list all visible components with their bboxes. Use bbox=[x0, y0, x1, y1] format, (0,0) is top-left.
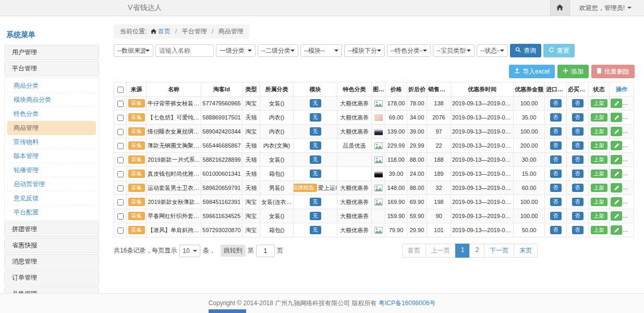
imported-cell: 否 bbox=[545, 111, 567, 125]
pager-current-page[interactable]: 1 bbox=[455, 244, 470, 258]
row-checkbox[interactable] bbox=[117, 115, 124, 121]
jump-button[interactable]: 跳转到 bbox=[221, 245, 246, 257]
sidebar-item-version-manage[interactable]: 版本管理 bbox=[7, 149, 96, 163]
sidebar-group-user[interactable]: 用户管理 bbox=[4, 45, 99, 60]
sidebar-group-group-buy[interactable]: 拼团管理 bbox=[4, 222, 99, 237]
chevron-down-icon bbox=[248, 50, 252, 52]
actions-cell bbox=[610, 167, 634, 181]
must-buy-badge: 否 bbox=[572, 170, 584, 178]
sidebar-title: 系统菜单 bbox=[6, 30, 99, 40]
sidebar-group-platform[interactable]: 平台管理 bbox=[4, 61, 99, 76]
row-checkbox[interactable] bbox=[117, 157, 124, 163]
edit-button[interactable] bbox=[611, 113, 622, 122]
edit-button[interactable] bbox=[611, 141, 622, 150]
discount-cell: 34.00 bbox=[407, 111, 427, 125]
source-cell: 采集 bbox=[127, 111, 147, 125]
column-header-9: 折后价 bbox=[407, 82, 427, 97]
sidebar-item-promo-material[interactable]: 宣传物料 bbox=[7, 135, 96, 149]
row-checkbox[interactable] bbox=[117, 213, 124, 220]
data-source-select[interactable]: --数据来源-- bbox=[114, 44, 153, 57]
item-type-select[interactable]: --宝贝类型-- bbox=[433, 44, 475, 57]
row-checkbox[interactable] bbox=[117, 199, 124, 206]
sidebar-item-platform-config[interactable]: 平台配置 bbox=[7, 206, 96, 219]
page-number-input[interactable] bbox=[256, 245, 275, 257]
sidebar-item-feature-category[interactable]: 特色分类 bbox=[7, 107, 96, 121]
filter-bar: --数据来源--一级分类--二级分类----模块----模块下分类----特色分… bbox=[114, 44, 635, 57]
chevron-down-icon bbox=[290, 50, 295, 52]
sidebar-item-goods-manage[interactable]: 商品管理 bbox=[7, 121, 96, 135]
sidebar-item-module-goods-category[interactable]: 模块商品分类 bbox=[7, 93, 96, 107]
pager-末页[interactable]: 末页 bbox=[514, 244, 538, 258]
select-all-checkbox[interactable] bbox=[117, 87, 124, 93]
edit-button[interactable] bbox=[611, 197, 622, 207]
sidebar-group-order[interactable]: 订单管理 bbox=[4, 270, 99, 285]
row-checkbox[interactable] bbox=[117, 101, 124, 107]
table-row: 采集【七色纺】可爱纯棉家...588869917501天猫内衣()无大额优惠券6… bbox=[114, 111, 634, 125]
module-subcategory-select[interactable]: --模块下分类-- bbox=[344, 44, 385, 57]
sidebar: 系统菜单 用户管理平台管理商品分类模块商品分类特色分类商品管理宣传物料版本管理轮… bbox=[4, 26, 99, 313]
search-button[interactable]: 查询 bbox=[510, 44, 541, 57]
select-value: --特色分类-- bbox=[391, 46, 423, 55]
name-input[interactable] bbox=[155, 44, 214, 57]
user-menu[interactable]: 欢迎您，管理员! bbox=[579, 4, 631, 13]
per-page-select[interactable]: 10 bbox=[179, 245, 200, 257]
row-checkbox[interactable] bbox=[117, 227, 124, 234]
feature-category-select[interactable]: --特色分类-- bbox=[387, 44, 431, 57]
table-row: 采集真皮钱包时尚优雅女士...601000601341天猫箱包()无39.002… bbox=[114, 167, 634, 181]
row-checkbox[interactable] bbox=[117, 129, 124, 135]
icp-link[interactable]: 粤ICP备16098006号 bbox=[379, 299, 435, 308]
coupon-time-cell: 2019-09-13—2019-09-19 bbox=[451, 153, 514, 167]
module-cell: 无 bbox=[294, 209, 337, 223]
coupon-amount-cell: 100.00 bbox=[514, 209, 545, 223]
source-cell: 采集 bbox=[127, 209, 147, 223]
taoke-id-cell: 577479560965 bbox=[201, 97, 242, 111]
discount-cell: 24.00 bbox=[407, 167, 427, 181]
level2-category-select[interactable]: --二级分类-- bbox=[258, 44, 298, 57]
add-button[interactable]: 添加 bbox=[557, 65, 589, 78]
status-badge: 上架 bbox=[591, 155, 607, 164]
sidebar-item-carousel-manage[interactable]: 轮播管理 bbox=[7, 163, 96, 177]
category-cell: 女装() bbox=[260, 97, 294, 111]
edit-button[interactable] bbox=[611, 169, 622, 178]
pager-2[interactable]: 2 bbox=[469, 244, 484, 258]
icon-cell bbox=[372, 139, 385, 153]
row-select-cell bbox=[114, 167, 127, 181]
row-checkbox[interactable] bbox=[117, 185, 124, 191]
row-checkbox[interactable] bbox=[117, 143, 124, 149]
module-badge: 无 bbox=[310, 113, 321, 122]
must-buy-badge: 否 bbox=[572, 184, 584, 192]
column-header-5: 模块 bbox=[294, 82, 337, 97]
sidebar-item-goods-category[interactable]: 商品分类 bbox=[7, 79, 96, 93]
batch-delete-button[interactable]: 批量删除 bbox=[591, 65, 635, 78]
reset-button[interactable]: 重置 bbox=[543, 44, 575, 57]
price-cell: 118.00 bbox=[385, 153, 407, 167]
row-checkbox[interactable] bbox=[117, 171, 124, 177]
taoke-id-cell: 598451162391 bbox=[201, 195, 242, 209]
import-excel-button[interactable]: 导入excel bbox=[509, 65, 555, 78]
breadcrumb-home-link[interactable]: 首页 bbox=[158, 28, 171, 35]
sidebar-item-feedback[interactable]: 意见反馈 bbox=[7, 191, 96, 206]
icon-cell bbox=[372, 153, 385, 167]
status-cell: 上架 bbox=[589, 153, 610, 167]
edit-button[interactable] bbox=[611, 225, 622, 235]
status-select[interactable]: --状态-- bbox=[477, 44, 508, 57]
level1-category-select[interactable]: 一级分类 bbox=[216, 44, 256, 57]
taoke-id-cell: 588869917501 bbox=[201, 111, 242, 125]
home-button[interactable] bbox=[550, 0, 570, 16]
module-select[interactable]: --模块-- bbox=[300, 44, 342, 57]
icon-cell bbox=[372, 223, 385, 237]
edit-button[interactable] bbox=[611, 127, 622, 136]
edit-button[interactable] bbox=[611, 155, 622, 164]
feature-cell: 大额优惠券 bbox=[337, 181, 372, 195]
sidebar-group-saving-news[interactable]: 省惠快报 bbox=[4, 238, 99, 253]
edit-button[interactable] bbox=[611, 183, 622, 192]
sidebar-group-message[interactable]: 消息管理 bbox=[4, 254, 99, 269]
table-row: 采集2019新款一片式系...588216228899天猫女装()无118.00… bbox=[114, 153, 634, 167]
taoke-id-cell: 597293020870 bbox=[201, 223, 242, 237]
pager-下一页[interactable]: 下一页 bbox=[484, 244, 514, 258]
edit-button[interactable] bbox=[611, 211, 622, 221]
edit-button[interactable] bbox=[611, 99, 622, 108]
module-cell: 无 bbox=[294, 223, 337, 237]
actions-cell bbox=[610, 223, 634, 237]
sidebar-item-splash-manage[interactable]: 启动页管理 bbox=[7, 177, 96, 191]
